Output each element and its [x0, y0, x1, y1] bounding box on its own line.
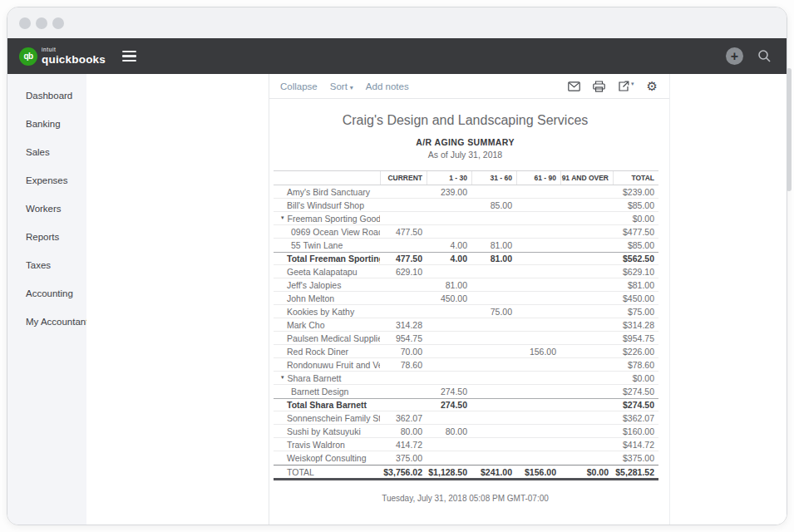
- report-document: Craig's Design and Landscaping Services …: [269, 99, 669, 503]
- print-icon[interactable]: [593, 81, 605, 92]
- row-value: $5,281.52: [613, 467, 658, 477]
- row-value: $274.50: [613, 387, 658, 397]
- table-row-john-melton[interactable]: John Melton450.00$450.00: [274, 292, 658, 305]
- row-label: 55 Twin Lane: [274, 240, 380, 250]
- page-scrollbar-thumb[interactable]: [787, 68, 792, 191]
- email-icon[interactable]: [568, 81, 580, 91]
- row-value: 156.00: [516, 347, 560, 357]
- add-notes-link[interactable]: Add notes: [366, 81, 409, 91]
- sidebar-item-reports[interactable]: Reports: [7, 225, 86, 249]
- column-header-61-90: 61 - 90: [516, 171, 560, 185]
- company-name: Craig's Design and Landscaping Services: [274, 113, 657, 128]
- row-value: $160.00: [613, 426, 658, 436]
- table-row-rondonuwu-fruit-and-vegi[interactable]: Rondonuwu Fruit and Vegi78.60$78.60: [274, 358, 658, 372]
- row-label: Rondonuwu Fruit and Vegi: [274, 360, 380, 370]
- column-header-91-and-over: 91 AND OVER: [560, 171, 613, 185]
- sidebar-item-workers[interactable]: Workers: [7, 197, 86, 220]
- row-label: Weiskopf Consulting: [274, 453, 380, 463]
- table-row-mark-cho[interactable]: Mark Cho314.28$314.28: [274, 318, 658, 332]
- row-value: 954.75: [380, 333, 427, 343]
- row-label: Barnett Design: [274, 387, 380, 397]
- collapse-triangle-icon[interactable]: ▾: [281, 374, 284, 381]
- sidebar-item-banking[interactable]: Banking: [7, 112, 86, 135]
- column-header-total: TOTAL: [613, 171, 658, 185]
- qb-logo-icon: qb: [19, 47, 37, 66]
- table-row-bill-s-windsurf-shop[interactable]: Bill's Windsurf Shop85.00$85.00: [274, 199, 658, 212]
- quickbooks-logo[interactable]: qb intuit quickbooks: [19, 47, 106, 66]
- row-label: ▾Shara Barnett: [274, 373, 380, 383]
- table-row-red-rock-diner[interactable]: Red Rock Diner70.00156.00$226.00: [274, 345, 658, 358]
- sidebar-item-my-accountant[interactable]: My Accountant: [7, 310, 86, 333]
- row-value: 450.00: [427, 293, 471, 303]
- table-row-paulsen-medical-supplies[interactable]: Paulsen Medical Supplies954.75$954.75: [274, 332, 658, 345]
- browser-window: qb intuit quickbooks + Dash: [7, 7, 787, 525]
- row-value: 274.50: [427, 400, 471, 410]
- table-row-0969-ocean-view-road[interactable]: 0969 Ocean View Road477.50$477.50: [274, 225, 658, 239]
- row-label: TOTAL: [274, 467, 380, 477]
- table-row-total-freeman-sporting-goods[interactable]: Total Freeman Sporting Goods477.504.0081…: [274, 252, 658, 265]
- row-value: 4.00: [427, 254, 471, 264]
- sort-caret-icon: ▾: [350, 84, 353, 91]
- table-row-shara-barnett[interactable]: ▾Shara Barnett$0.00: [274, 372, 658, 385]
- row-value: $450.00: [613, 293, 658, 303]
- table-row-jeff-s-jalopies[interactable]: Jeff's Jalopies81.00$81.00: [274, 278, 658, 292]
- sort-link[interactable]: Sort▾: [330, 81, 353, 91]
- row-value: 75.00: [471, 307, 516, 317]
- table-row-weiskopf-consulting[interactable]: Weiskopf Consulting375.00$375.00: [274, 451, 658, 465]
- table-body: Amy's Bird Sanctuary239.00$239.00Bill's …: [274, 185, 658, 480]
- table-row-kookies-by-kathy[interactable]: Kookies by Kathy75.00$75.00: [274, 305, 658, 318]
- sidebar-item-sales[interactable]: Sales: [7, 140, 86, 164]
- row-value: $3,756.02: [380, 467, 427, 477]
- row-label: Bill's Windsurf Shop: [274, 200, 380, 210]
- row-value: $414.72: [613, 440, 658, 450]
- table-row-geeta-kalapatapu[interactable]: Geeta Kalapatapu629.10$629.10: [274, 265, 658, 278]
- report-timestamp: Tuesday, July 31, 2018 05:08 PM GMT-07:0…: [274, 494, 657, 503]
- sidebar-item-dashboard[interactable]: Dashboard: [7, 84, 86, 107]
- collapse-link[interactable]: Collapse: [280, 81, 318, 91]
- window-titlebar: [7, 7, 787, 38]
- row-value: $81.00: [613, 280, 658, 290]
- table-row-barnett-design[interactable]: Barnett Design274.50$274.50: [274, 385, 658, 398]
- table-row-travis-waldron[interactable]: Travis Waldron414.72$414.72: [274, 438, 658, 451]
- row-value: $75.00: [613, 307, 658, 317]
- collapse-triangle-icon[interactable]: ▾: [281, 214, 284, 221]
- table-row-freeman-sporting-goods[interactable]: ▾Freeman Sporting Goods$0.00: [274, 212, 658, 225]
- table-row-amy-s-bird-sanctuary[interactable]: Amy's Bird Sanctuary239.00$239.00: [274, 185, 658, 199]
- row-label: Sushi by Katsuyuki: [274, 426, 380, 436]
- window-maximize-button[interactable]: [52, 17, 64, 29]
- export-icon[interactable]: ▾: [618, 81, 634, 92]
- row-label: Jeff's Jalopies: [274, 280, 380, 290]
- row-value: 78.60: [380, 360, 427, 370]
- sidebar-item-taxes[interactable]: Taxes: [7, 254, 86, 277]
- app-header: qb intuit quickbooks +: [7, 38, 787, 74]
- window-close-button[interactable]: [19, 17, 31, 29]
- row-value: $362.07: [613, 413, 658, 423]
- intuit-wordmark: intuit: [42, 47, 106, 53]
- table-row-55-twin-lane[interactable]: 55 Twin Lane4.0081.00$85.00: [274, 239, 658, 252]
- create-plus-button[interactable]: +: [726, 47, 743, 65]
- row-value: $1,128.50: [427, 467, 471, 477]
- row-label: Total Freeman Sporting Goods: [274, 254, 380, 264]
- report-title: A/R AGING SUMMARY: [274, 137, 657, 147]
- report-date-range: As of July 31, 2018: [274, 150, 657, 160]
- sidebar-item-accounting[interactable]: Accounting: [7, 282, 86, 305]
- row-value: $226.00: [613, 347, 658, 357]
- table-row-sushi-by-katsuyuki[interactable]: Sushi by Katsuyuki80.0080.00$160.00: [274, 425, 658, 438]
- row-label: Sonnenschein Family Store: [274, 413, 380, 423]
- row-value: $314.28: [613, 320, 658, 330]
- column-header-1-30: 1 - 30: [427, 171, 471, 185]
- row-label: Red Rock Diner: [274, 347, 380, 357]
- table-header-row: CURRENT1 - 3031 - 6061 - 9091 AND OVERTO…: [274, 170, 658, 185]
- sidebar-item-expenses[interactable]: Expenses: [7, 169, 86, 192]
- table-row-sonnenschein-family-store[interactable]: Sonnenschein Family Store362.07$362.07: [274, 411, 658, 425]
- row-label: Paulsen Medical Supplies: [274, 333, 380, 343]
- settings-gear-icon[interactable]: ⚙: [647, 80, 658, 92]
- table-row-total[interactable]: TOTAL$3,756.02$1,128.50$241.00$156.00$0.…: [274, 465, 658, 480]
- table-row-total-shara-barnett[interactable]: Total Shara Barnett274.50$274.50: [274, 398, 658, 411]
- main-content: CollapseSort▾Add notes: [86, 74, 787, 525]
- window-minimize-button[interactable]: [36, 17, 47, 29]
- row-label: Kookies by Kathy: [274, 307, 380, 317]
- hamburger-menu-icon[interactable]: [122, 51, 136, 62]
- row-value: $562.50: [613, 254, 658, 264]
- search-icon[interactable]: [757, 49, 772, 63]
